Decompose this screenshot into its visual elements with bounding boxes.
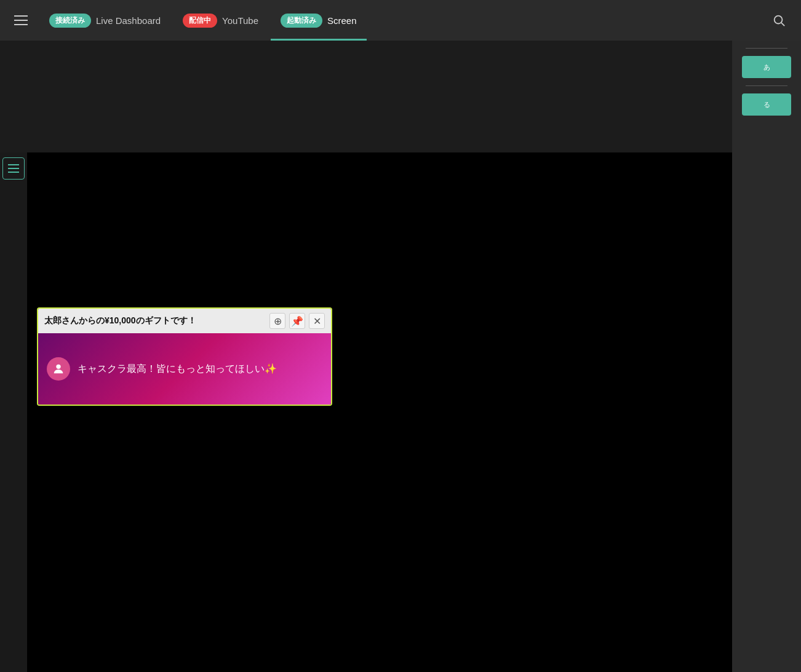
right-sidebar: あ る <box>732 41 801 672</box>
widget-title: 太郎さんからの¥10,000のギフトです！ <box>44 315 269 326</box>
tab-badge-live-dashboard: 接続済み <box>49 14 91 28</box>
move-icon: ⊕ <box>274 315 282 327</box>
widget-card: 太郎さんからの¥10,000のギフトです！ ⊕ 📌 ✕ <box>37 307 332 406</box>
svg-line-1 <box>781 23 784 26</box>
widget-close-button[interactable]: ✕ <box>309 313 325 329</box>
sidebar-btn-1-label: あ <box>763 63 770 72</box>
widget-controls: ⊕ 📌 ✕ <box>269 313 325 329</box>
tab-label-youtube: YouTube <box>222 15 258 26</box>
tab-label-screen: Screen <box>327 15 357 26</box>
top-dark-area <box>0 41 732 152</box>
main-area: 太郎さんからの¥10,000のギフトです！ ⊕ 📌 ✕ <box>0 41 732 672</box>
top-nav: 接続済み Live Dashboard 配信中 YouTube 起動済み Scr… <box>0 0 801 41</box>
widget-body: キャスクラ最高！皆にもっと知ってほしい✨ <box>38 333 331 405</box>
left-strip <box>0 152 27 672</box>
tab-badge-youtube: 配信中 <box>183 14 217 28</box>
sidebar-divider-mid <box>746 85 787 86</box>
tab-live-dashboard[interactable]: 接続済み Live Dashboard <box>39 0 170 41</box>
tab-badge-screen: 起動済み <box>281 14 322 28</box>
tab-youtube[interactable]: 配信中 YouTube <box>173 0 268 41</box>
avatar <box>47 357 70 381</box>
svg-point-0 <box>775 16 783 24</box>
tab-screen[interactable]: 起動済み Screen <box>271 0 367 41</box>
nav-tabs: 接続済み Live Dashboard 配信中 YouTube 起動済み Scr… <box>39 0 367 41</box>
widget-move-button[interactable]: ⊕ <box>269 313 285 329</box>
strip-menu-button[interactable] <box>2 157 25 180</box>
hamburger-button[interactable] <box>10 9 32 31</box>
close-icon: ✕ <box>313 315 321 327</box>
sidebar-button-2[interactable]: る <box>742 93 791 116</box>
sidebar-divider-top <box>746 48 787 49</box>
widget-message: キャスクラ最高！皆にもっと知ってほしい✨ <box>78 363 277 376</box>
canvas-area: 太郎さんからの¥10,000のギフトです！ ⊕ 📌 ✕ <box>0 152 732 672</box>
search-button[interactable] <box>767 8 791 33</box>
widget-pin-button[interactable]: 📌 <box>289 313 305 329</box>
tab-label-live-dashboard: Live Dashboard <box>96 15 161 26</box>
pin-icon: 📌 <box>291 315 303 327</box>
svg-point-2 <box>56 365 60 369</box>
widget-header: 太郎さんからの¥10,000のギフトです！ ⊕ 📌 ✕ <box>38 309 331 333</box>
sidebar-btn-2-label: る <box>763 100 770 109</box>
sidebar-button-1[interactable]: あ <box>742 56 791 78</box>
